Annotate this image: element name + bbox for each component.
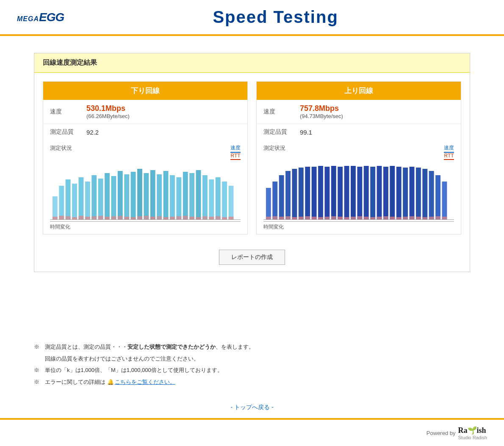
svg-rect-32 xyxy=(79,216,84,220)
download-quality-row: 測定品質 92.2 xyxy=(43,124,247,140)
svg-rect-1 xyxy=(59,186,64,220)
svg-rect-79 xyxy=(410,167,415,220)
download-rtt-legend: RTT xyxy=(230,153,240,160)
svg-rect-86 xyxy=(272,216,277,220)
svg-rect-60 xyxy=(285,171,291,220)
error-link[interactable]: こちらをご覧ください。 xyxy=(115,379,175,385)
upload-quality-value: 99.1 xyxy=(300,129,312,136)
note-bold-1: 安定した状態で測定できたかどうか xyxy=(127,344,216,350)
svg-rect-54 xyxy=(222,217,227,220)
svg-rect-4 xyxy=(79,177,84,220)
svg-rect-65 xyxy=(318,166,323,220)
svg-rect-94 xyxy=(324,217,330,220)
svg-rect-75 xyxy=(383,167,388,220)
logo-egg: EGG xyxy=(39,11,64,24)
svg-rect-80 xyxy=(416,168,421,220)
download-time-label: 時間変化 xyxy=(50,223,241,231)
svg-rect-27 xyxy=(229,186,234,220)
svg-rect-44 xyxy=(157,216,162,220)
svg-rect-7 xyxy=(98,179,103,220)
download-chart-section: 測定状況 速度 RTT xyxy=(43,140,247,234)
svg-rect-23 xyxy=(202,175,208,220)
header: MEGA EGG Speed Testing xyxy=(0,0,504,36)
download-chart-label: 測定状況 xyxy=(50,144,72,152)
svg-rect-72 xyxy=(364,166,369,220)
svg-rect-33 xyxy=(85,217,90,220)
svg-rect-74 xyxy=(377,166,382,220)
svg-rect-95 xyxy=(331,216,336,220)
svg-rect-24 xyxy=(209,179,214,220)
download-column: 下り回線 速度 530.1Mbps (66.26MByte/sec) 測定品質 … xyxy=(43,81,248,234)
svg-rect-41 xyxy=(137,216,142,220)
svg-rect-36 xyxy=(105,217,110,220)
result-title-bar: 回線速度測定結果 xyxy=(34,53,470,73)
svg-rect-62 xyxy=(299,168,304,220)
upload-speed-label: 速度 xyxy=(263,108,293,116)
download-speed-row: 速度 530.1Mbps (66.26MByte/sec) xyxy=(43,100,247,124)
svg-rect-84 xyxy=(442,182,447,220)
svg-rect-39 xyxy=(124,217,129,220)
radish-brand: Ra🌱ish xyxy=(458,426,486,435)
download-speed-label: 速度 xyxy=(50,108,80,116)
svg-rect-29 xyxy=(59,216,64,220)
top-link[interactable]: - トップへ戻る - xyxy=(230,404,273,410)
download-chart-canvas xyxy=(50,162,241,222)
svg-rect-57 xyxy=(266,188,271,220)
upload-chart-label: 測定状況 xyxy=(263,144,285,152)
svg-rect-76 xyxy=(390,166,395,220)
svg-rect-92 xyxy=(312,217,317,220)
svg-rect-47 xyxy=(176,216,181,220)
download-chart-legend: 速度 RTT xyxy=(230,144,241,160)
svg-rect-73 xyxy=(370,167,375,220)
result-box: 回線速度測定結果 下り回線 速度 530.1Mbps (66.26MByte/s… xyxy=(34,53,470,272)
footer: Powered by Ra🌱ish Studio Radish xyxy=(0,418,504,446)
svg-rect-63 xyxy=(305,167,310,220)
powered-by-text: Powered by xyxy=(426,430,456,436)
svg-rect-38 xyxy=(118,216,123,220)
svg-rect-12 xyxy=(131,172,136,220)
svg-rect-19 xyxy=(176,177,181,220)
main-content: 回線速度測定結果 下り回線 速度 530.1Mbps (66.26MByte/s… xyxy=(0,36,504,338)
svg-rect-58 xyxy=(272,182,277,220)
report-button[interactable]: レポートの作成 xyxy=(219,250,285,265)
svg-rect-0 xyxy=(53,196,58,220)
svg-rect-28 xyxy=(53,217,58,220)
note-line-2: 回線の品質を表すわけではございませんのでご注意ください。 xyxy=(34,354,470,363)
svg-rect-67 xyxy=(331,166,336,220)
studio-radish-text: Studio Radish xyxy=(458,435,487,440)
svg-rect-107 xyxy=(410,216,415,220)
svg-rect-59 xyxy=(279,175,284,220)
logo: MEGA EGG xyxy=(17,11,64,24)
svg-rect-112 xyxy=(442,217,447,220)
svg-rect-46 xyxy=(170,217,175,220)
svg-rect-104 xyxy=(390,217,395,220)
svg-rect-61 xyxy=(292,169,297,220)
svg-rect-101 xyxy=(370,217,375,220)
download-chart-header: 測定状況 速度 RTT xyxy=(50,144,241,160)
svg-rect-108 xyxy=(416,217,421,220)
upload-quality-label: 測定品質 xyxy=(263,128,293,136)
svg-rect-18 xyxy=(170,175,175,220)
download-speed-value: 530.1Mbps (66.26MByte/sec) xyxy=(86,104,130,119)
svg-rect-45 xyxy=(163,217,169,220)
note-line-1: ※ 測定品質とは、測定の品質・・・安定した状態で測定できたかどうか、を表します。 xyxy=(34,342,470,352)
upload-chart-svg xyxy=(263,162,454,222)
svg-rect-11 xyxy=(124,174,129,220)
svg-rect-22 xyxy=(196,170,201,220)
logo-area: MEGA EGG xyxy=(17,11,64,24)
svg-rect-15 xyxy=(150,170,155,220)
svg-rect-6 xyxy=(91,175,97,220)
svg-rect-43 xyxy=(150,217,155,220)
svg-rect-2 xyxy=(66,179,71,220)
top-link-area: - トップへ戻る - xyxy=(0,397,504,418)
svg-rect-111 xyxy=(435,216,440,220)
svg-rect-30 xyxy=(66,216,71,220)
download-header: 下り回線 xyxy=(43,82,247,100)
svg-rect-71 xyxy=(357,167,362,220)
svg-rect-51 xyxy=(202,216,208,220)
upload-speed-row: 速度 757.8Mbps (94.73MByte/sec) xyxy=(257,100,461,124)
upload-quality-row: 測定品質 99.1 xyxy=(257,124,461,140)
svg-rect-100 xyxy=(364,217,369,220)
svg-rect-64 xyxy=(312,167,317,220)
upload-speed-sub: (94.73MByte/sec) xyxy=(300,113,343,119)
